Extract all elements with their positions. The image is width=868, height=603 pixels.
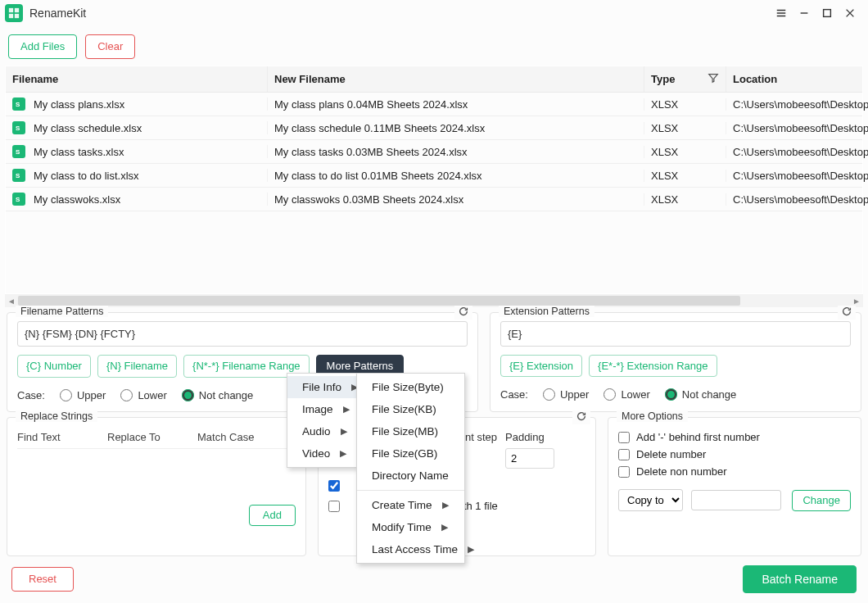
xlsx-icon: S <box>12 169 25 182</box>
table-blank <box>6 211 862 293</box>
replace-body <box>17 449 296 500</box>
opt-add-dash[interactable]: Add '-' behind first number <box>618 431 851 443</box>
case-nochange[interactable]: Not change <box>665 388 737 401</box>
svg-rect-0 <box>9 8 13 12</box>
th-location-label: Location <box>733 73 777 85</box>
th-new-filename-label: New Filename <box>274 73 346 85</box>
extension-pattern-input[interactable] <box>500 321 851 347</box>
menu-modify-time[interactable]: Modify Time▶ <box>357 516 464 538</box>
case-upper[interactable]: Upper <box>60 389 106 401</box>
checkbox-icon[interactable] <box>328 480 340 492</box>
menu-size-byte[interactable]: File Size(Byte) <box>357 376 464 398</box>
horizontal-scrollbar[interactable]: ◄ ► <box>5 294 863 307</box>
pill-extension-range[interactable]: {E*-*} Extension Range <box>589 355 717 377</box>
refresh-icon[interactable] <box>838 306 856 320</box>
file-table: Filename New Filename Type Location SMy … <box>5 66 863 294</box>
add-files-button[interactable]: Add Files <box>8 34 77 59</box>
change-button[interactable]: Change <box>792 490 851 511</box>
opt-delete-number[interactable]: Delete number <box>618 448 851 460</box>
panel-title: More Options <box>617 410 688 422</box>
col-match: Match Case <box>197 431 296 443</box>
opt-delete-non-number[interactable]: Delete non number <box>618 465 851 478</box>
menu-image[interactable]: Image▶ <box>287 398 358 420</box>
extension-patterns-panel: Extension Patterns {E} Extension {E*-*} … <box>490 312 861 412</box>
cell-filename: My class to do list.xlsx <box>34 170 139 182</box>
table-row[interactable]: SMy class tasks.xlsx My class tasks 0.03… <box>6 140 862 164</box>
menu-audio[interactable]: Audio▶ <box>287 420 358 442</box>
menu-size-kb[interactable]: File Size(KB) <box>357 398 464 420</box>
padding-input[interactable] <box>505 448 554 469</box>
menu-video[interactable]: Video▶ <box>287 442 358 465</box>
titlebar: RenameKit <box>0 0 868 26</box>
cell-location: C:\Users\mobeesoft\Desktop\ <box>726 170 868 182</box>
app-title: RenameKit <box>29 7 86 20</box>
svg-rect-1 <box>15 8 19 12</box>
cell-filename: My class tasks.xlsx <box>34 146 124 158</box>
top-actions: Add Files Clear <box>0 26 868 66</box>
menu-create-time[interactable]: Create Time▶ <box>357 494 464 516</box>
file-info-submenu: File Size(Byte) File Size(KB) File Size(… <box>356 373 465 564</box>
panel-title: Filename Patterns <box>16 306 108 317</box>
destination-input[interactable] <box>691 490 781 510</box>
case-nochange[interactable]: Not change <box>182 389 254 401</box>
filename-pattern-input[interactable] <box>17 321 468 347</box>
pill-filename[interactable]: {N} Filename <box>97 355 177 378</box>
th-filename-label: Filename <box>12 73 58 85</box>
menu-size-mb[interactable]: File Size(MB) <box>357 420 464 442</box>
more-patterns-menu: File Info▶ Image▶ Audio▶ Video▶ <box>287 373 357 468</box>
table-row[interactable]: SMy class schedule.xlsx My class schedul… <box>6 116 862 140</box>
menu-icon[interactable] <box>770 2 793 25</box>
th-type[interactable]: Type <box>644 66 726 92</box>
copy-move-select[interactable]: Copy to <box>618 489 683 511</box>
cell-type: XLSX <box>644 98 726 111</box>
case-lower[interactable]: Lower <box>120 389 166 401</box>
cell-filename: My class schedule.xlsx <box>34 122 142 134</box>
case-upper[interactable]: Upper <box>543 388 589 401</box>
clear-button[interactable]: Clear <box>85 34 135 59</box>
table-row[interactable]: SMy class plans.xlsx My class plans 0.04… <box>6 93 862 116</box>
case-lower[interactable]: Lower <box>604 388 649 401</box>
cell-location: C:\Users\mobeesoft\Desktop\ <box>726 146 868 158</box>
table-row[interactable]: SMy classwoks.xlsx My classwoks 0.03MB S… <box>6 188 862 211</box>
svg-text:S: S <box>16 101 20 108</box>
th-location[interactable]: Location <box>726 66 868 92</box>
batch-rename-button[interactable]: Batch Rename <box>743 565 857 593</box>
refresh-icon[interactable] <box>572 410 590 424</box>
pill-extension[interactable]: {E} Extension <box>500 355 582 377</box>
cell-new-filename: My class plans 0.04MB Sheets 2024.xlsx <box>268 98 644 111</box>
cell-type: XLSX <box>644 170 726 182</box>
checkbox-icon[interactable] <box>328 501 340 512</box>
pill-number[interactable]: {C} Number <box>17 355 91 378</box>
menu-dirname[interactable]: Directory Name <box>357 465 464 487</box>
menu-access-time[interactable]: Last Access Time▶ <box>357 538 464 560</box>
panel-title: Replace Strings <box>16 410 97 422</box>
th-new-filename[interactable]: New Filename <box>268 66 644 92</box>
chevron-right-icon: ▶ <box>442 500 449 510</box>
cell-location: C:\Users\mobeesoft\Desktop\ <box>726 98 868 111</box>
scroll-thumb[interactable] <box>18 296 740 306</box>
add-replace-button[interactable]: Add <box>249 505 296 526</box>
cell-filename: My classwoks.xlsx <box>34 193 120 206</box>
th-type-label: Type <box>651 73 675 85</box>
replace-header: Find Text Replace To Match Case <box>17 431 296 449</box>
maximize-button[interactable] <box>816 2 839 25</box>
svg-text:S: S <box>16 148 20 156</box>
cell-new-filename: My class to do list 0.01MB Sheets 2024.x… <box>268 170 644 182</box>
cell-type: XLSX <box>644 146 726 158</box>
minimize-button[interactable] <box>793 2 816 25</box>
chevron-right-icon: ▶ <box>441 522 448 533</box>
filter-icon[interactable] <box>708 72 719 86</box>
menu-size-gb[interactable]: File Size(GB) <box>357 442 464 465</box>
table-row[interactable]: SMy class to do list.xlsx My class to do… <box>6 164 862 188</box>
reset-button[interactable]: Reset <box>11 567 74 592</box>
close-button[interactable] <box>839 2 861 25</box>
more-options-panel: More Options Add '-' behind first number… <box>608 417 861 556</box>
cell-location: C:\Users\mobeesoft\Desktop\ <box>726 193 868 206</box>
menu-file-info[interactable]: File Info▶ <box>287 376 358 398</box>
refresh-icon[interactable] <box>454 306 472 320</box>
chevron-right-icon: ▶ <box>341 426 347 437</box>
cell-new-filename: My classwoks 0.03MB Sheets 2024.xlsx <box>268 193 644 206</box>
chevron-right-icon: ▶ <box>468 544 474 555</box>
th-filename[interactable]: Filename <box>6 66 268 92</box>
xlsx-icon: S <box>12 121 25 134</box>
